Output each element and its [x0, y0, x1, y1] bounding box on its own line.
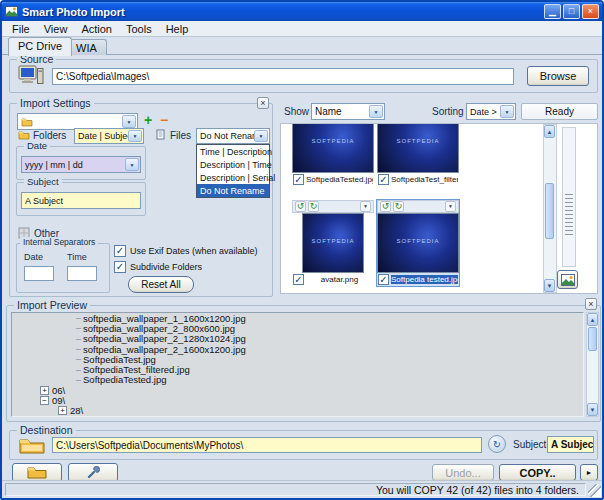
scroll-up-button[interactable]: ▲	[587, 313, 598, 326]
tree-item[interactable]: –softpedia_wallpaper_2_1280x1024.jpg	[12, 334, 583, 344]
app-icon	[5, 5, 18, 18]
browse-button[interactable]: Browse	[527, 66, 589, 86]
destination-label: Destination	[17, 424, 76, 436]
show-value: Name	[315, 106, 342, 117]
tree-expander[interactable]: −	[40, 396, 49, 405]
ready-status: Ready	[521, 103, 598, 120]
destination-subject-input[interactable]: A Subject	[547, 436, 594, 453]
separator-date-input[interactable]	[24, 266, 54, 281]
subject-input[interactable]: A Subject	[21, 192, 141, 209]
tree-item[interactable]: –softpedia_wallpaper_2_1600x1200.jpg	[12, 344, 583, 354]
tree-connector: –	[76, 323, 81, 333]
subdivide-folders-checkbox[interactable]: ✓ Subdivide Folders	[114, 261, 202, 273]
thumbnail-image: SOFTPEDIA	[377, 123, 459, 173]
reset-all-button[interactable]: Reset All	[128, 276, 194, 293]
minimize-button[interactable]: ▁	[544, 4, 561, 19]
subdivide-folders-label: Subdivide Folders	[130, 262, 202, 272]
show-combo[interactable]: Name ▼	[311, 103, 385, 120]
thumbnail-menu-button[interactable]: ▼	[445, 201, 456, 212]
files-option[interactable]: Time | Description	[197, 145, 269, 158]
image-watermark: SOFTPEDIA	[303, 238, 363, 244]
tree-item[interactable]: –softpedia_wallpaper_2_800x600.jpg	[12, 323, 583, 333]
tree-folder[interactable]: −09\	[12, 395, 583, 405]
thumbnail-checkbox[interactable]: ✓	[293, 174, 304, 185]
use-exif-label: Use Exif Dates (when available)	[130, 246, 258, 256]
tree-folder[interactable]: +28\	[12, 406, 583, 416]
copy-options-button[interactable]: ►	[580, 464, 598, 481]
maximize-button[interactable]: □	[563, 4, 580, 19]
thumbnail-name: avatar.png	[306, 275, 373, 284]
status-text: You will COPY 42 (of 42) files into 4 fo…	[5, 483, 586, 496]
undo-button[interactable]: Undo...	[432, 464, 494, 481]
tab-pc-drive[interactable]: PC Drive	[8, 37, 72, 56]
tree-expander[interactable]: +	[58, 406, 67, 415]
add-preset-button[interactable]: +	[144, 112, 152, 128]
scroll-down-button[interactable]: ▼	[587, 403, 598, 416]
tree-folder[interactable]: +06\	[12, 385, 583, 395]
rotate-right-button[interactable]: ↻	[308, 201, 319, 212]
window-title: Smart Photo Import	[22, 6, 542, 18]
checkbox-check-icon: ✓	[114, 261, 126, 273]
thumbnail-cell-selected[interactable]: ↺ ↻ ▼ SOFTPEDIA ✓ Softpedia tested.jpg	[377, 200, 459, 286]
checkbox-check-icon: ✓	[114, 245, 126, 257]
separators-title: Internal Separators	[20, 237, 98, 247]
chevron-down-icon: ▼	[369, 105, 383, 118]
thumbnail-cell[interactable]: ↺ ↻ ▼ SOFTPEDIA ✓ avatar.png	[292, 200, 374, 286]
menu-item-file[interactable]: File	[5, 22, 37, 36]
thumbnail-checkbox[interactable]: ✓	[378, 174, 389, 185]
tree-item[interactable]: –SoftpediaTest_filtered.jpg	[12, 364, 583, 374]
tree-item[interactable]: –softpedia_wallpaper_1_1600x1200.jpg	[12, 313, 583, 323]
remove-preset-button[interactable]: −	[160, 112, 168, 128]
thumbnail-menu-button[interactable]: ▼	[360, 201, 371, 212]
copy-button[interactable]: COPY..	[499, 464, 576, 481]
thumbnail-checkbox[interactable]: ✓	[378, 274, 389, 285]
zoom-slider[interactable]	[562, 127, 576, 267]
preview-close-button[interactable]: ×	[585, 298, 597, 310]
rotate-left-button[interactable]: ↺	[380, 201, 391, 212]
scroll-up-button[interactable]: ▲	[544, 125, 555, 138]
separators-group: Internal Separators Date Time	[16, 243, 110, 293]
sorting-combo[interactable]: Date > ▼	[466, 103, 516, 120]
resize-grip[interactable]	[588, 484, 601, 497]
folder-icon	[18, 130, 30, 140]
files-combo[interactable]: Do Not Rename ▼	[196, 128, 270, 144]
files-option-selected[interactable]: Do Not Rename	[197, 184, 269, 197]
rotate-right-button[interactable]: ↻	[393, 201, 404, 212]
gallery-scrollbar[interactable]: ▲ ▼	[543, 124, 557, 293]
tree-connector: –	[76, 313, 81, 323]
chevron-down-icon: ▼	[128, 130, 142, 142]
tree-item[interactable]: –SoftpediaTest.jpg	[12, 354, 583, 364]
preview-scrollbar[interactable]: ▲ ▼	[586, 312, 599, 417]
scroll-down-button[interactable]: ▼	[544, 279, 555, 292]
titlebar[interactable]: Smart Photo Import ▁ □ ×	[2, 2, 602, 21]
thumbnail-cell[interactable]: ↺ ↻ ▼ SOFTPEDIA ✓ SoftpediaTest_filtered…	[377, 123, 459, 186]
rotate-left-button[interactable]: ↺	[295, 201, 306, 212]
tree-expander[interactable]: +	[40, 386, 49, 395]
thumbnail-cell[interactable]: ↺ ↻ ▼ SOFTPEDIA ✓ SoftpediaTested.jpg	[292, 123, 374, 186]
folders-combo[interactable]: Date | Subject ▼	[74, 128, 144, 144]
files-option[interactable]: Description | Time	[197, 158, 269, 171]
separator-time-input[interactable]	[67, 266, 97, 281]
menu-item-tools[interactable]: Tools	[119, 22, 159, 36]
source-path-input[interactable]: C:\Softpedia\Images\	[52, 68, 514, 85]
use-exif-checkbox[interactable]: ✓ Use Exif Dates (when available)	[114, 245, 258, 257]
files-option[interactable]: Description | Serial	[197, 171, 269, 184]
tree-connector: –	[76, 365, 81, 375]
date-format-value: yyyy | mm | dd	[25, 160, 83, 170]
menubar: File View Action Tools Help	[2, 21, 602, 37]
tab-wia[interactable]: WIA	[66, 39, 107, 55]
menu-item-action[interactable]: Action	[74, 22, 119, 36]
menu-item-help[interactable]: Help	[159, 22, 196, 36]
close-button[interactable]: ×	[582, 4, 599, 19]
tree-item[interactable]: –SoftpediaTested.jpg	[12, 375, 583, 385]
destination-path-input[interactable]: C:\Users\Softpedia\Documents\MyPhotos\	[52, 437, 482, 453]
settings-close-button[interactable]: ×	[257, 97, 269, 109]
refresh-button[interactable]: ↻	[488, 435, 506, 453]
photo-view-button[interactable]	[557, 270, 578, 289]
scroll-thumb[interactable]	[545, 183, 554, 239]
thumbnail-checkbox[interactable]: ✓	[293, 274, 304, 285]
date-format-combo[interactable]: yyyy | mm | dd ▼	[21, 156, 141, 173]
menu-item-view[interactable]: View	[37, 22, 75, 36]
scroll-thumb[interactable]	[588, 327, 597, 351]
show-label: Show	[284, 106, 309, 117]
